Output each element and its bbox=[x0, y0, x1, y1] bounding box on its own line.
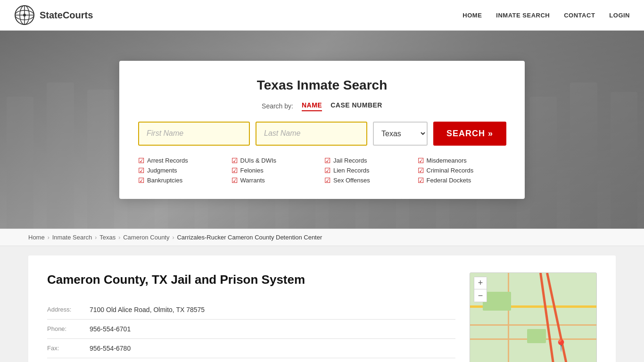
breadcrumb-cameron-county[interactable]: Cameron County bbox=[123, 234, 169, 241]
check-label: Federal Dockets bbox=[427, 177, 471, 184]
tab-name[interactable]: NAME bbox=[302, 101, 322, 111]
check-item: ☑Jail Records bbox=[324, 157, 413, 164]
check-item: ☑Warrants bbox=[231, 177, 320, 184]
check-item: ☑Criminal Records bbox=[418, 167, 506, 174]
search-title: Texas Inmate Search bbox=[138, 78, 506, 93]
breadcrumb-sep-2: › bbox=[95, 234, 97, 241]
search-modal: Texas Inmate Search Search by: NAME CASE… bbox=[119, 61, 525, 199]
check-label: Misdemeanors bbox=[427, 157, 467, 164]
address-label: Address: bbox=[47, 300, 90, 320]
checkmark-icon: ☑ bbox=[324, 167, 330, 174]
checkmark-icon: ☑ bbox=[231, 177, 238, 184]
check-label: Warrants bbox=[240, 177, 265, 184]
check-label: Lien Records bbox=[333, 167, 370, 174]
checkmark-icon: ☑ bbox=[418, 157, 424, 164]
phone-value: 956-554-6701 bbox=[90, 320, 455, 339]
check-item: ☑Arrest Records bbox=[138, 157, 227, 164]
checkmark-icon: ☑ bbox=[138, 157, 144, 164]
nav-inmate-search[interactable]: INMATE SEARCH bbox=[496, 12, 550, 19]
breadcrumb-inmate-search[interactable]: Inmate Search bbox=[52, 234, 92, 241]
website-label: Website: bbox=[47, 358, 90, 362]
info-table: Address: 7100 Old Alice Road, Olmito, TX… bbox=[47, 300, 455, 362]
facility-title: Cameron County, TX Jail and Prison Syste… bbox=[47, 272, 455, 287]
check-label: DUIs & DWIs bbox=[240, 157, 277, 164]
checkmark-icon: ☑ bbox=[231, 167, 238, 174]
search-by-label: Search by: bbox=[262, 102, 293, 110]
breadcrumb-texas[interactable]: Texas bbox=[99, 234, 116, 241]
logo-icon bbox=[14, 5, 35, 25]
logo-area: StateCourts bbox=[14, 5, 93, 25]
search-by-row: Search by: NAME CASE NUMBER bbox=[138, 101, 506, 111]
checks-grid: ☑Arrest Records☑DUIs & DWIs☑Jail Records… bbox=[138, 157, 506, 184]
nav-login[interactable]: LOGIN bbox=[609, 12, 630, 19]
checkmark-icon: ☑ bbox=[138, 167, 144, 174]
check-label: Jail Records bbox=[333, 157, 367, 164]
tab-case-number[interactable]: CASE NUMBER bbox=[330, 101, 382, 111]
check-item: ☑Felonies bbox=[231, 167, 320, 174]
check-item: ☑Judgments bbox=[138, 167, 227, 174]
check-item: ☑Misdemeanors bbox=[418, 157, 506, 164]
breadcrumb-sep-1: › bbox=[48, 234, 50, 241]
checkmark-icon: ☑ bbox=[138, 177, 144, 184]
fax-value: 956-554-6780 bbox=[90, 339, 455, 358]
nav-home[interactable]: HOME bbox=[462, 12, 482, 19]
checkmark-icon: ☑ bbox=[418, 167, 424, 174]
content-right: + − 📍 bbox=[470, 272, 597, 362]
website-value: http://www.co.cameron.tx.us/sheriffs/con… bbox=[90, 358, 455, 362]
last-name-input[interactable] bbox=[256, 122, 367, 146]
nav-contact[interactable]: CONTACT bbox=[564, 12, 595, 19]
breadcrumb-sep-4: › bbox=[172, 234, 174, 241]
hero-section: COURTHOUSE Texas Inmate Search Search by… bbox=[0, 31, 644, 229]
check-item: ☑DUIs & DWIs bbox=[231, 157, 320, 164]
map-container: + − 📍 bbox=[470, 272, 597, 362]
check-item: ☑Federal Dockets bbox=[418, 177, 506, 184]
checkmark-icon: ☑ bbox=[418, 177, 424, 184]
map-controls: + − bbox=[474, 277, 487, 302]
breadcrumb-current: Carrizales-Rucker Cameron County Detenti… bbox=[177, 234, 322, 241]
address-row: Address: 7100 Old Alice Road, Olmito, TX… bbox=[47, 300, 455, 320]
check-label: Felonies bbox=[240, 167, 264, 174]
address-value: 7100 Old Alice Road, Olmito, TX 78575 bbox=[90, 300, 455, 320]
map-zoom-in[interactable]: + bbox=[474, 277, 487, 289]
check-item: ☑Sex Offenses bbox=[324, 177, 413, 184]
search-inputs-row: Texas Alabama Alaska Arizona Arkansas Ca… bbox=[138, 122, 506, 146]
content-card: Cameron County, TX Jail and Prison Syste… bbox=[28, 255, 616, 362]
map-pin: 📍 bbox=[554, 339, 568, 352]
check-label: Judgments bbox=[147, 167, 177, 174]
breadcrumb: Home › Inmate Search › Texas › Cameron C… bbox=[0, 229, 644, 246]
phone-row: Phone: 956-554-6701 bbox=[47, 320, 455, 339]
fax-row: Fax: 956-554-6780 bbox=[47, 339, 455, 358]
breadcrumb-sep-3: › bbox=[118, 234, 120, 241]
checkmark-icon: ☑ bbox=[231, 157, 238, 164]
phone-label: Phone: bbox=[47, 320, 90, 339]
main-content: Cameron County, TX Jail and Prison Syste… bbox=[0, 255, 644, 362]
check-label: Criminal Records bbox=[427, 167, 474, 174]
check-label: Sex Offenses bbox=[333, 177, 370, 184]
state-select[interactable]: Texas Alabama Alaska Arizona Arkansas Ca… bbox=[373, 122, 428, 146]
check-label: Arrest Records bbox=[147, 157, 188, 164]
main-nav: HOME INMATE SEARCH CONTACT LOGIN bbox=[462, 12, 630, 19]
checkmark-icon: ☑ bbox=[324, 157, 330, 164]
website-row: Website: http://www.co.cameron.tx.us/she… bbox=[47, 358, 455, 362]
site-logo-text: StateCourts bbox=[40, 10, 93, 21]
content-left: Cameron County, TX Jail and Prison Syste… bbox=[47, 272, 455, 362]
checkmark-icon: ☑ bbox=[324, 177, 330, 184]
breadcrumb-home[interactable]: Home bbox=[28, 234, 45, 241]
check-item: ☑Lien Records bbox=[324, 167, 413, 174]
header: StateCourts HOME INMATE SEARCH CONTACT L… bbox=[0, 0, 644, 31]
map-zoom-out[interactable]: − bbox=[474, 289, 487, 302]
fax-label: Fax: bbox=[47, 339, 90, 358]
search-button[interactable]: SEARCH » bbox=[433, 122, 506, 146]
first-name-input[interactable] bbox=[138, 122, 250, 146]
check-label: Bankruptcies bbox=[147, 177, 182, 184]
check-item: ☑Bankruptcies bbox=[138, 177, 227, 184]
